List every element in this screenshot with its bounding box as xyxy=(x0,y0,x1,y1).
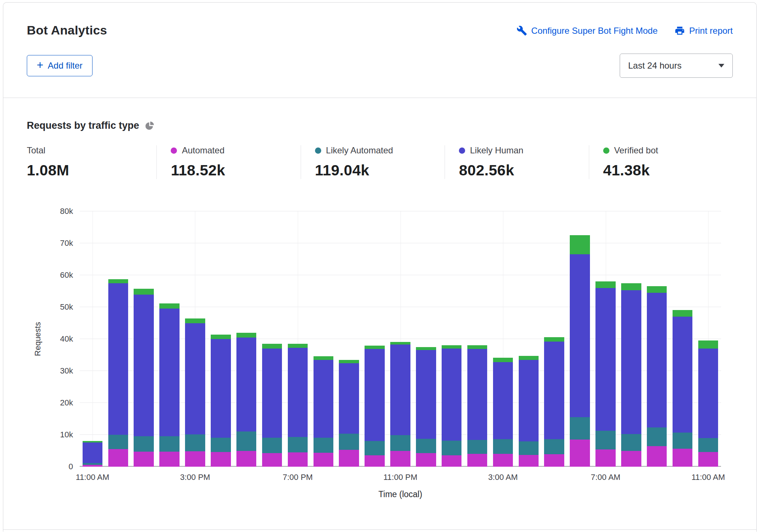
plus-icon: + xyxy=(37,59,43,71)
segment-likely-automated xyxy=(262,438,282,453)
bar-15-2-00-am[interactable] xyxy=(464,211,490,467)
y-tick-10k: 10k xyxy=(60,430,73,440)
bar-14-1-00-am[interactable] xyxy=(439,211,464,467)
segment-likely-automated xyxy=(698,438,718,452)
bar-07-6-00-pm[interactable] xyxy=(259,211,285,467)
segment-verified-bot xyxy=(236,333,257,338)
time-range-value: Last 24 hours xyxy=(628,61,681,71)
segment-automated xyxy=(108,449,128,467)
segment-likely-human xyxy=(519,360,539,441)
stat-automated[interactable]: Automated 118.52k xyxy=(156,145,300,179)
stacked-bar xyxy=(647,211,667,467)
segment-likely-automated xyxy=(467,440,488,454)
bar-21-8-00-am[interactable] xyxy=(618,211,644,467)
bar-04-3-00-pm[interactable] xyxy=(182,211,208,467)
configure-super-bot-fight-mode-link[interactable]: Configure Super Bot Fight Mode xyxy=(517,25,658,36)
stats-row: Total 1.08M Automated 118.52k Likely Aut… xyxy=(3,131,756,179)
segment-likely-human xyxy=(442,349,462,441)
add-filter-button[interactable]: + Add filter xyxy=(27,55,93,76)
segment-automated xyxy=(467,454,488,467)
segment-verified-bot xyxy=(314,356,334,360)
stacked-bar xyxy=(570,211,590,467)
segment-likely-human xyxy=(621,290,641,434)
stacked-bar xyxy=(83,211,103,467)
print-report-link[interactable]: Print report xyxy=(674,25,733,36)
x-tick-7-00-pm: 7:00 PM xyxy=(283,473,313,482)
time-range-select[interactable]: Last 24 hours xyxy=(620,54,733,78)
segment-automated xyxy=(211,452,231,467)
bar-22-9-00-am[interactable] xyxy=(644,211,670,467)
segment-likely-automated xyxy=(673,433,693,449)
configure-link-label: Configure Super Bot Fight Mode xyxy=(531,26,658,36)
bar-11-10-00-pm[interactable] xyxy=(362,211,388,467)
section-header: Requests by traffic type xyxy=(3,98,756,131)
stat-likely-automated-value: 119.04k xyxy=(315,162,445,179)
y-tick-20k: 20k xyxy=(60,398,73,408)
stacked-bar xyxy=(236,211,257,467)
bar-06-5-00-pm[interactable] xyxy=(233,211,259,467)
bar-05-4-00-pm[interactable] xyxy=(208,211,233,467)
segment-likely-human xyxy=(159,309,180,436)
bar-08-7-00-pm[interactable] xyxy=(285,211,311,467)
stacked-bar xyxy=(467,211,488,467)
segment-verified-bot xyxy=(621,283,641,290)
segment-likely-automated xyxy=(621,434,641,451)
segment-likely-automated xyxy=(159,436,180,452)
stacked-bar xyxy=(442,211,462,467)
stat-likely-automated[interactable]: Likely Automated 119.04k xyxy=(301,145,445,179)
segment-likely-human xyxy=(211,339,231,438)
segment-verified-bot xyxy=(185,318,205,323)
bar-24-11-00-am[interactable] xyxy=(695,211,721,467)
x-axis-labels: 11:00 AM3:00 PM7:00 PM11:00 PM3:00 AM7:0… xyxy=(80,473,721,485)
bar-13-12-00-am[interactable] xyxy=(413,211,439,467)
segment-likely-human xyxy=(83,442,103,463)
pie-chart-icon xyxy=(145,121,155,131)
bar-02-1-00-pm[interactable] xyxy=(131,211,157,467)
bar-17-4-00-am[interactable] xyxy=(516,211,542,467)
segment-likely-human xyxy=(595,288,616,431)
y-tick-60k: 60k xyxy=(60,270,73,280)
stat-likely-automated-label: Likely Automated xyxy=(326,145,393,156)
stat-likely-human-value: 802.56k xyxy=(459,162,588,179)
stacked-bar xyxy=(493,211,513,467)
segment-verified-bot xyxy=(647,286,667,292)
stacked-bar xyxy=(211,211,231,467)
bar-23-10-00-am[interactable] xyxy=(670,211,695,467)
segment-likely-human xyxy=(390,345,410,435)
stat-verified-bot[interactable]: Verified bot 41.38k xyxy=(589,145,733,179)
bar-10-9-00-pm[interactable] xyxy=(336,211,362,467)
stacked-bar xyxy=(185,211,205,467)
segment-likely-automated xyxy=(314,438,334,453)
stacked-bar xyxy=(108,211,128,467)
bar-00-11-00-am[interactable] xyxy=(80,211,105,467)
stacked-bar xyxy=(621,211,641,467)
segment-automated xyxy=(288,452,308,467)
bar-03-2-00-pm[interactable] xyxy=(157,211,182,467)
x-tick-11-00-am: 11:00 AM xyxy=(691,473,725,482)
automated-legend-dot xyxy=(171,147,177,154)
stacked-bar xyxy=(134,211,154,467)
bar-09-8-00-pm[interactable] xyxy=(311,211,336,467)
bar-19-6-00-am[interactable] xyxy=(567,211,593,467)
segment-verified-bot xyxy=(339,360,359,364)
stacked-bar xyxy=(159,211,180,467)
segment-automated xyxy=(698,452,718,467)
segment-automated xyxy=(185,451,205,467)
y-tick-70k: 70k xyxy=(60,238,73,248)
bar-01-12-00-pm[interactable] xyxy=(105,211,131,467)
segment-likely-automated xyxy=(647,427,667,446)
segment-likely-automated xyxy=(442,441,462,455)
segment-verified-bot xyxy=(595,281,616,288)
y-tick-50k: 50k xyxy=(60,302,73,312)
stacked-bar xyxy=(314,211,334,467)
segment-likely-human xyxy=(262,349,282,438)
segment-automated xyxy=(647,446,667,467)
segment-verified-bot xyxy=(262,344,282,349)
bar-12-11-00-pm[interactable] xyxy=(388,211,413,467)
stat-likely-human[interactable]: Likely Human 802.56k xyxy=(445,145,588,179)
bar-18-5-00-am[interactable] xyxy=(542,211,567,467)
x-tick-11-00-am: 11:00 AM xyxy=(76,473,109,482)
bar-16-3-00-am[interactable] xyxy=(490,211,516,467)
segment-automated xyxy=(262,453,282,467)
bar-20-7-00-am[interactable] xyxy=(593,211,619,467)
